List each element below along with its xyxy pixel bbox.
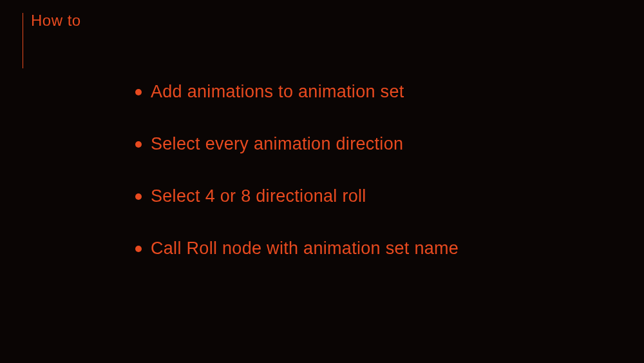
slide: How to Add animations to animation set S… [0,0,644,363]
list-item: Select every animation direction [135,134,605,154]
bullet-text: Add animations to animation set [151,82,404,102]
list-item: Add animations to animation set [135,82,605,102]
bullet-text: Select every animation direction [151,134,403,154]
bullet-icon [135,193,142,200]
title-block: How to [23,12,81,68]
bullet-icon [135,141,142,148]
list-item: Call Roll node with animation set name [135,239,605,259]
bullet-text: Call Roll node with animation set name [151,239,459,259]
bullet-list: Add animations to animation set Select e… [135,82,605,291]
title-accent-bar [23,13,23,68]
list-item: Select 4 or 8 directional roll [135,186,605,206]
slide-title: How to [31,12,81,30]
bullet-icon [135,246,142,252]
bullet-text: Select 4 or 8 directional roll [151,186,366,206]
bullet-icon [135,89,142,95]
